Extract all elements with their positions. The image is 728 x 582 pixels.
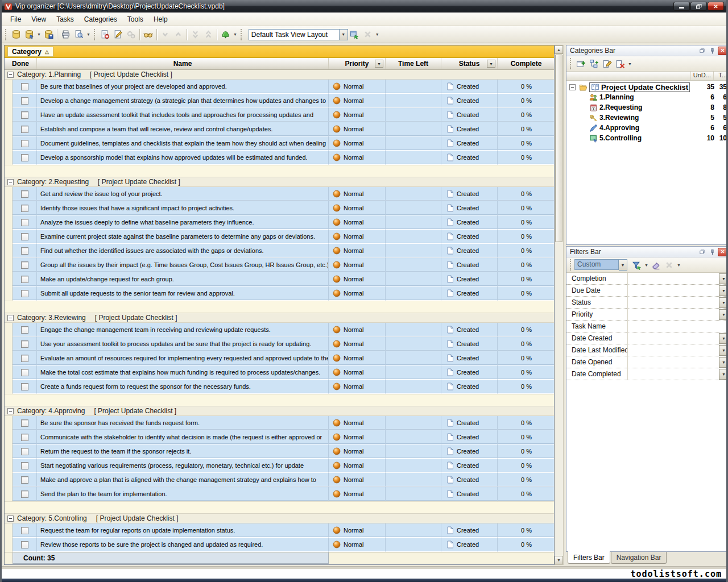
task-row[interactable]: Start negotiating various requirements (… <box>5 459 554 473</box>
task-row[interactable]: Return the request to the team if the sp… <box>5 444 554 459</box>
menu-item-view[interactable]: View <box>26 14 51 25</box>
task-row[interactable]: Identify those issues that have a signif… <box>5 201 554 215</box>
close-button[interactable]: ✕ <box>708 2 724 11</box>
task-done-checkbox[interactable] <box>21 476 28 484</box>
column-header-complete[interactable]: Complete <box>498 58 555 69</box>
task-done-checkbox[interactable] <box>21 97 28 105</box>
filter-value-dropdown[interactable]: ▼ <box>719 357 726 368</box>
task-row[interactable]: Group all the issues by their impact (e.… <box>5 258 554 272</box>
task-row[interactable]: Create a funds request form to request t… <box>5 380 554 394</box>
scroll-up-button[interactable]: ▲ <box>555 45 563 54</box>
task-done-checkbox[interactable] <box>21 419 28 427</box>
task-row[interactable]: Develop a sponsorship model that explain… <box>5 151 554 165</box>
dropdown-arrow-icon[interactable]: ▼ <box>375 32 379 36</box>
move-down-button[interactable] <box>159 28 172 41</box>
collapse-tree-icon[interactable] <box>569 84 576 90</box>
delete-filter-button[interactable] <box>663 259 676 272</box>
task-done-checkbox[interactable] <box>21 126 28 133</box>
tree-category-row[interactable]: 3.Reviewing55 <box>566 113 726 123</box>
task-done-checkbox[interactable] <box>21 355 28 362</box>
column-header-priority[interactable]: Priority▼ <box>329 58 386 69</box>
tab-filters-bar[interactable]: Filters Bar <box>568 551 610 564</box>
column-header-done[interactable]: Done <box>5 58 37 69</box>
panel-restore-icon[interactable] <box>697 47 707 55</box>
filter-value-dropdown[interactable]: ▼ <box>719 297 726 308</box>
column-filter-dropdown[interactable]: ▼ <box>375 60 383 68</box>
move-top-button[interactable] <box>202 28 215 41</box>
layout-combobox[interactable]: Default Task View Layout▼ <box>249 29 348 40</box>
task-row[interactable]: Be sure the sponsor has received the fun… <box>5 416 554 430</box>
task-done-checkbox[interactable] <box>21 205 28 212</box>
move-bottom-button[interactable] <box>189 28 202 41</box>
new-database-button[interactable] <box>10 28 23 41</box>
task-row[interactable]: Make and approve a plan that is aligned … <box>5 473 554 487</box>
tree-category-row[interactable]: 2.Requesting88 <box>566 102 726 113</box>
task-row[interactable]: Submit all update requests to the senior… <box>5 286 554 301</box>
task-done-checkbox[interactable] <box>21 383 28 390</box>
dropdown-arrow-icon[interactable]: ▼ <box>677 263 681 267</box>
task-row[interactable]: Get and review the issue log of your pro… <box>5 187 554 201</box>
edit-category-button[interactable] <box>601 57 614 70</box>
menu-item-file[interactable]: File <box>5 14 26 25</box>
task-row[interactable]: Make an update/change request for each g… <box>5 272 554 286</box>
task-done-checkbox[interactable] <box>21 276 28 283</box>
task-done-checkbox[interactable] <box>21 233 28 240</box>
minimize-button[interactable] <box>673 2 690 11</box>
new-category-button[interactable] <box>574 57 588 70</box>
panel-close-button[interactable]: ✕ <box>718 248 726 256</box>
task-row[interactable]: Request the team for regular reports on … <box>5 523 554 538</box>
toolbar-grip[interactable] <box>570 259 572 271</box>
layout-combobox-dropdown[interactable]: ▼ <box>340 29 348 40</box>
collapse-group-icon[interactable] <box>7 315 14 321</box>
layout-combobox-value[interactable]: Default Task View Layout <box>249 29 340 40</box>
scroll-down-button[interactable]: ▼ <box>555 556 563 564</box>
task-done-checkbox[interactable] <box>21 154 28 161</box>
print-preview-button[interactable] <box>72 28 85 41</box>
dropdown-arrow-icon[interactable]: ▼ <box>233 32 237 36</box>
tree-root-selection[interactable]: Project Update Checklist <box>589 82 690 92</box>
task-done-checkbox[interactable] <box>21 490 28 498</box>
task-done-checkbox[interactable] <box>21 434 28 441</box>
restore-button[interactable] <box>690 2 707 11</box>
task-done-checkbox[interactable] <box>21 527 28 534</box>
task-done-checkbox[interactable] <box>21 140 28 147</box>
task-done-checkbox[interactable] <box>21 448 28 455</box>
toolbar-grip[interactable] <box>241 29 243 40</box>
filter-preset-combobox[interactable]: Custom▼ <box>574 259 627 271</box>
task-service-button[interactable] <box>125 28 138 41</box>
open-database-button[interactable] <box>23 28 36 41</box>
task-row[interactable]: Communicate with the stakeholder to iden… <box>5 430 554 444</box>
collapse-group-icon[interactable] <box>7 408 14 414</box>
save-database-button[interactable] <box>42 28 55 41</box>
total-column-header[interactable]: T... <box>713 72 726 80</box>
move-up-button[interactable] <box>172 28 185 41</box>
toolbar-grip[interactable] <box>5 29 7 40</box>
tree-category-row[interactable]: 4.Approving66 <box>566 123 726 133</box>
reminder-button[interactable] <box>219 28 232 41</box>
view-tasks-button[interactable] <box>142 28 155 41</box>
task-row[interactable]: Find out whether the identified issues a… <box>5 244 554 258</box>
task-row[interactable]: Document guidelines, templates and check… <box>5 136 554 151</box>
tree-category-row[interactable]: 5.Controlling1010 <box>566 133 726 143</box>
task-done-checkbox[interactable] <box>21 340 28 348</box>
filter-preset-value[interactable]: Custom <box>574 259 619 270</box>
collapse-group-icon[interactable] <box>7 516 14 522</box>
task-row[interactable]: Make the total cost estimate that explai… <box>5 365 554 380</box>
group-header-row[interactable]: Category: 3.Reviewing[ Project Update Ch… <box>5 313 554 323</box>
filter-value-dropdown[interactable]: ▼ <box>719 369 726 380</box>
task-done-checkbox[interactable] <box>21 111 28 119</box>
menu-item-categories[interactable]: Categories <box>79 14 122 25</box>
task-row[interactable]: Engage the change management team in rec… <box>5 323 554 337</box>
filter-value-dropdown[interactable]: ▼ <box>719 309 726 320</box>
scrollbar-thumb[interactable] <box>555 55 562 242</box>
dropdown-arrow-icon[interactable]: ▼ <box>37 32 41 36</box>
column-header-time-left[interactable]: Time Left <box>386 58 441 69</box>
dropdown-arrow-icon[interactable]: ▼ <box>86 32 90 36</box>
dropdown-arrow-icon[interactable]: ▼ <box>628 62 632 66</box>
undone-column-header[interactable]: UnD... <box>690 72 713 80</box>
task-row[interactable]: Be sure that baselines of your project a… <box>5 80 554 94</box>
column-header-name[interactable]: Name <box>37 58 329 69</box>
delete-category-button[interactable] <box>614 57 627 70</box>
panel-restore-icon[interactable] <box>697 248 707 256</box>
tree-category-row[interactable]: 1.Planning66 <box>566 92 726 102</box>
